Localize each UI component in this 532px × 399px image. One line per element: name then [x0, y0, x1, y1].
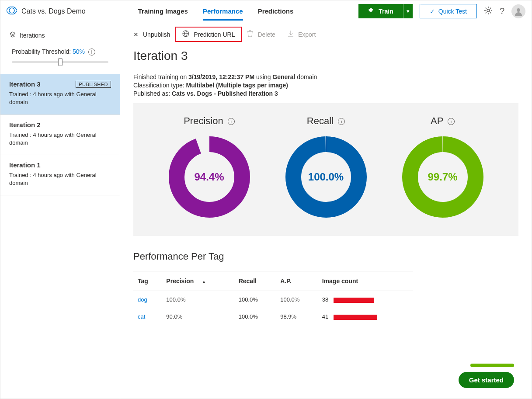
train-button-group: Train ▾	[358, 4, 412, 18]
header: Cats vs. Dogs Demo Training Images Perfo…	[0, 0, 532, 22]
tab-predictions[interactable]: Predictions	[258, 2, 294, 21]
train-label: Train	[379, 8, 393, 15]
iteration-name: Iteration 3	[9, 80, 41, 88]
cell-count: 41	[318, 308, 413, 325]
trash-icon	[247, 30, 253, 38]
quick-test-label: Quick Test	[438, 8, 467, 15]
get-started-button[interactable]: Get started	[459, 372, 514, 388]
th-ap[interactable]: A.P.	[276, 271, 318, 291]
check-icon: ✓	[430, 8, 435, 15]
metrics-panel: Precision i 94.4% Recall i 100.0%	[133, 103, 518, 236]
project-title: Cats vs. Dogs Demo	[21, 7, 86, 15]
export-button: Export	[288, 30, 316, 38]
layers-icon	[9, 31, 16, 39]
prediction-url-button[interactable]: Prediction URL	[175, 27, 242, 42]
recall-label: Recall	[307, 115, 334, 126]
page-title: Iteration 3	[133, 49, 518, 63]
iteration-list: Iteration 3 PUBLISHED Trained : 4 hours …	[0, 74, 120, 195]
iteration-item[interactable]: Iteration 3 PUBLISHED Trained : 4 hours …	[0, 74, 120, 114]
metric-precision: Precision i 94.4%	[168, 115, 251, 219]
iteration-subtitle: Trained : 4 hours ago with General domai…	[9, 90, 111, 106]
delete-button: Delete	[247, 30, 275, 38]
tag-link[interactable]: dog	[138, 296, 147, 303]
precision-value: 94.4%	[194, 171, 224, 183]
quick-test-button[interactable]: ✓ Quick Test	[420, 4, 477, 18]
iteration-item[interactable]: Iteration 1 Trained : 4 hours ago with G…	[0, 155, 120, 195]
chevron-down-icon: ▾	[407, 8, 410, 14]
unpublish-label: Unpublish	[143, 31, 170, 38]
tab-performance[interactable]: Performance	[203, 2, 243, 21]
threshold-label: Probability Threshold:	[12, 48, 71, 55]
sidebar-header: Iterations	[0, 22, 120, 43]
classification-type-line: Classification type: Multilabel (Multipl…	[133, 82, 518, 89]
info-icon[interactable]: i	[228, 118, 235, 125]
gear-icon	[368, 7, 375, 15]
precision-label: Precision	[184, 115, 223, 126]
threshold-value: 50%	[73, 48, 85, 55]
info-icon[interactable]: i	[88, 49, 95, 56]
info-icon[interactable]: i	[448, 118, 455, 125]
th-count[interactable]: Image count	[318, 271, 413, 291]
count-bar	[334, 298, 374, 303]
ap-value: 99.7%	[428, 171, 457, 183]
sidebar: Iterations Probability Threshold: 50% i …	[0, 22, 120, 399]
iteration-item[interactable]: Iteration 2 Trained : 4 hours ago with G…	[0, 115, 120, 155]
training-finished-line: Finished training on 3/19/2019, 12:22:37…	[133, 73, 518, 80]
delete-label: Delete	[257, 31, 275, 38]
iteration-name: Iteration 1	[9, 161, 41, 169]
th-recall[interactable]: Recall	[234, 271, 276, 291]
train-button[interactable]: Train	[358, 4, 403, 18]
metric-recall: Recall i 100.0%	[285, 115, 368, 219]
tab-training-images[interactable]: Training Images	[138, 2, 188, 21]
cell-recall: 100.0%	[234, 308, 276, 325]
info-icon[interactable]: i	[338, 118, 345, 125]
cell-ap: 98.9%	[276, 308, 318, 325]
main-content: ✕ Unpublish Prediction URL Delete Export	[120, 22, 532, 399]
globe-icon	[182, 30, 189, 38]
toolbar: ✕ Unpublish Prediction URL Delete Export	[120, 22, 532, 46]
nav-tabs: Training Images Performance Predictions	[138, 0, 294, 22]
iteration-name: Iteration 2	[9, 121, 41, 128]
sort-up-icon: ▲	[202, 279, 206, 284]
count-bar	[334, 315, 377, 320]
sidebar-title: Iterations	[20, 32, 45, 39]
download-icon	[288, 30, 294, 38]
settings-icon[interactable]	[484, 6, 493, 16]
ap-label: AP	[431, 115, 443, 126]
cell-count: 38	[318, 291, 413, 309]
cell-recall: 100.0%	[234, 291, 276, 309]
published-as-line: Published as: Cats vs. Dogs - Published …	[133, 90, 518, 97]
cell-precision: 90.0%	[162, 308, 234, 325]
cell-ap: 100.0%	[276, 291, 318, 309]
svg-point-0	[487, 9, 490, 12]
tag-table: Tag Precision▲ Recall A.P. Image count d…	[133, 271, 413, 325]
table-row: dog100.0%100.0%100.0%38	[133, 291, 413, 309]
progress-pill	[470, 364, 514, 367]
close-icon: ✕	[133, 31, 139, 38]
svg-point-1	[517, 8, 520, 12]
help-icon[interactable]: ?	[500, 6, 504, 16]
tag-link[interactable]: cat	[138, 313, 145, 320]
recall-value: 100.0%	[308, 171, 344, 183]
iteration-subtitle: Trained : 4 hours ago with General domai…	[9, 171, 111, 187]
prediction-url-label: Prediction URL	[194, 31, 235, 38]
eye-icon	[7, 7, 17, 16]
threshold-slider[interactable]	[12, 58, 108, 66]
avatar[interactable]	[511, 4, 525, 18]
metric-ap: AP i 99.7%	[401, 115, 484, 219]
th-tag[interactable]: Tag	[133, 271, 162, 291]
th-precision[interactable]: Precision▲	[162, 271, 234, 291]
tag-tbody: dog100.0%100.0%100.0%38cat90.0%100.0%98.…	[133, 291, 413, 326]
table-row: cat90.0%100.0%98.9%41	[133, 308, 413, 325]
threshold-control: Probability Threshold: 50% i	[0, 43, 120, 70]
per-tag-title: Performance Per Tag	[133, 251, 518, 262]
iteration-subtitle: Trained : 4 hours ago with General domai…	[9, 131, 111, 147]
cell-precision: 100.0%	[162, 291, 234, 309]
published-badge: PUBLISHED	[76, 81, 111, 88]
train-dropdown[interactable]: ▾	[403, 4, 413, 18]
unpublish-button[interactable]: ✕ Unpublish	[133, 31, 170, 38]
export-label: Export	[298, 31, 316, 38]
